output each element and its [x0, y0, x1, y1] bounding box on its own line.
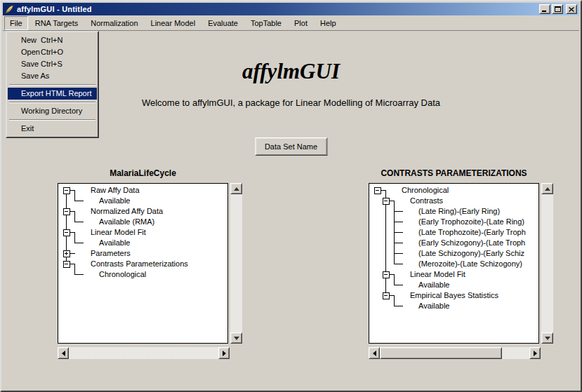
tree-node[interactable]: Available: [99, 238, 130, 248]
menu-item-label: Exit: [21, 124, 34, 133]
menu-separator: [9, 84, 95, 86]
scrollbar-track[interactable]: [69, 347, 218, 359]
tree-node[interactable]: Available: [418, 301, 449, 311]
maximize-button[interactable]: [552, 4, 563, 14]
arrow-down-icon: [545, 337, 550, 340]
file-menu-item-open[interactable]: OpenCtrl+O: [8, 46, 97, 58]
right-tree-box[interactable]: ChronologicalContrasts(Late Ring)-(Early…: [369, 183, 539, 344]
right-tree-vscrollbar[interactable]: [541, 183, 553, 344]
scrollbar-track[interactable]: [541, 194, 553, 332]
tree-node[interactable]: Parameters: [91, 248, 131, 259]
tree-node[interactable]: (Early Trophozoite)-(Late Ring): [418, 217, 524, 227]
tree-node[interactable]: Available (RMA): [99, 217, 154, 227]
file-menu-item-save[interactable]: SaveCtrl+S: [8, 58, 97, 70]
tree-node[interactable]: Normalized Affy Data: [91, 206, 163, 217]
file-menu-item-exit[interactable]: Exit: [8, 123, 97, 135]
close-icon: [569, 7, 574, 12]
tree-node[interactable]: Raw Affy Data: [91, 185, 140, 196]
arrow-right-icon: [223, 351, 226, 356]
menu-item-shortcut: Ctrl+O: [41, 46, 63, 58]
tree-node[interactable]: Contrasts Parameterizations: [91, 259, 188, 269]
left-tree-box[interactable]: Raw Affy DataAvailableNormalized Affy Da…: [58, 183, 228, 344]
scroll-down-button[interactable]: [230, 332, 242, 344]
arrow-left-icon: [62, 351, 65, 356]
minimize-button[interactable]: [539, 4, 550, 14]
scroll-up-button[interactable]: [230, 183, 242, 194]
app-window: affylmGUI - Untitled FileRNA TargetsNorm…: [0, 0, 582, 392]
tree-node[interactable]: Chronological: [402, 185, 449, 196]
menu-item-label: Open: [21, 48, 40, 56]
title-bar[interactable]: affylmGUI - Untitled: [3, 3, 579, 15]
tree-node[interactable]: Available: [418, 280, 449, 290]
scrollbar-thumb[interactable]: [380, 347, 502, 359]
window-title: affylmGUI - Untitled: [17, 5, 538, 13]
arrow-left-icon: [373, 351, 376, 356]
tree-node[interactable]: Empirical Bayes Statistics: [410, 290, 498, 301]
menu-toptable[interactable]: TopTable: [245, 16, 287, 30]
left-tree-panel: MalariaLifeCycle Raw Affy DataAvailableN…: [58, 168, 244, 360]
tree-node[interactable]: Contrasts: [410, 196, 443, 206]
menu-bar: FileRNA TargetsNormalizationLinear Model…: [3, 15, 579, 31]
arrow-up-icon: [545, 187, 550, 191]
file-menu-item-export-html-report[interactable]: Export HTML Report: [8, 88, 97, 100]
arrow-up-icon: [234, 187, 239, 191]
arrow-right-icon: [534, 351, 537, 356]
left-tree-canvas: Raw Affy DataAvailableNormalized Affy Da…: [58, 184, 227, 343]
left-tree-hscrollbar[interactable]: [58, 347, 230, 359]
file-menu-item-new[interactable]: NewCtrl+N: [8, 34, 97, 46]
scroll-left-button[interactable]: [58, 347, 69, 359]
scroll-left-button[interactable]: [369, 347, 380, 359]
tree-node[interactable]: (Late Schizogony)-(Early Schiz: [418, 248, 524, 259]
scroll-right-button[interactable]: [218, 347, 230, 359]
maximize-icon: [555, 6, 561, 12]
tree-node[interactable]: Linear Model Fit: [91, 227, 146, 238]
menu-file[interactable]: File: [4, 16, 28, 30]
menu-separator: [9, 102, 95, 103]
tree-node[interactable]: Linear Model Fit: [410, 269, 465, 280]
file-menu: NewCtrl+NOpenCtrl+OSaveCtrl+SSave AsExpo…: [6, 31, 99, 138]
tree-node[interactable]: (Early Schizogony)-(Late Troph: [418, 238, 525, 248]
menu-separator: [9, 119, 95, 121]
menu-item-shortcut: Ctrl+N: [41, 34, 62, 46]
close-button[interactable]: [566, 4, 577, 14]
tree-node[interactable]: (Late Trophozoite)-(Early Troph: [418, 227, 526, 238]
feather-icon: [5, 5, 14, 14]
menu-help[interactable]: Help: [315, 16, 342, 30]
scroll-right-button[interactable]: [529, 347, 541, 359]
menu-item-label: Working Directory: [21, 107, 82, 115]
minimize-icon: [542, 7, 548, 12]
menu-plot[interactable]: Plot: [289, 16, 313, 30]
menu-item-label: New: [21, 36, 37, 44]
scrollbar-track[interactable]: [230, 194, 242, 332]
right-tree-panel: CONTRASTS PARAMETERIZATIONS Chronologica…: [369, 168, 555, 360]
tree-node[interactable]: Available: [99, 196, 130, 206]
left-tree-title: MalariaLifeCycle: [58, 168, 228, 178]
right-tree-hscrollbar[interactable]: [369, 347, 541, 359]
menu-item-label: Save: [21, 60, 39, 68]
arrow-down-icon: [234, 337, 239, 340]
menu-normalization[interactable]: Normalization: [85, 16, 143, 30]
right-tree-canvas: ChronologicalContrasts(Late Ring)-(Early…: [369, 184, 538, 343]
menu-rna-targets[interactable]: RNA Targets: [29, 16, 84, 30]
menu-item-label: Save As: [21, 72, 49, 80]
tree-node[interactable]: (Merozoite)-(Late Schizogony): [418, 259, 522, 269]
file-menu-item-working-directory[interactable]: Working Directory: [8, 105, 97, 117]
menu-evaluate[interactable]: Evaluate: [202, 16, 244, 30]
file-menu-item-save-as[interactable]: Save As: [8, 70, 97, 82]
left-tree-vscrollbar[interactable]: [230, 183, 242, 344]
tree-node[interactable]: Chronological: [99, 269, 146, 280]
menu-item-label: Export HTML Report: [21, 89, 91, 97]
menu-item-shortcut: Ctrl+S: [41, 58, 62, 70]
right-tree-title: CONTRASTS PARAMETERIZATIONS: [369, 168, 539, 178]
tree-node[interactable]: (Late Ring)-(Early Ring): [418, 206, 500, 217]
menu-linear-model[interactable]: Linear Model: [145, 16, 201, 30]
data-set-name-button[interactable]: Data Set Name: [255, 137, 327, 156]
scroll-down-button[interactable]: [541, 332, 553, 344]
scroll-up-button[interactable]: [541, 183, 553, 194]
